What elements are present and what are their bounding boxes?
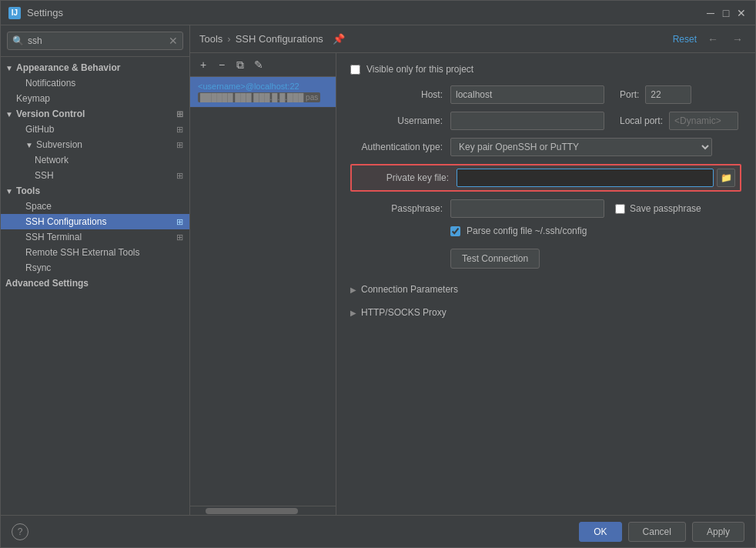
visible-only-label: Visible only for this project	[366, 64, 473, 75]
passphrase-row: Passphrase: Save passphrase	[350, 199, 741, 218]
host-input[interactable]	[450, 85, 604, 104]
connection-parameters-header[interactable]: ▶ Connection Parameters	[350, 281, 741, 298]
save-passphrase-checkbox[interactable]	[615, 204, 625, 214]
section-arrow-icon: ▶	[350, 286, 356, 294]
section-arrow-icon: ▶	[350, 309, 356, 317]
sidebar-item-ssh-configurations[interactable]: SSH Configurations ⊞	[1, 214, 189, 229]
auth-type-select[interactable]: Key pair OpenSSH or PuTTY Password OpenS…	[450, 138, 712, 156]
reset-button[interactable]: Reset	[673, 34, 697, 45]
cancel-button[interactable]: Cancel	[628, 522, 686, 542]
search-clear-icon[interactable]: ✕	[169, 35, 178, 47]
search-wrapper: 🔍 ✕	[7, 32, 183, 50]
config-item-address: ██████ ███ ███.█.█.███ pas	[198, 92, 320, 102]
search-box: 🔍 ✕	[1, 25, 189, 57]
arrow-icon: ▼	[5, 187, 13, 195]
config-item-name: <username>@localhost:22	[198, 82, 328, 91]
username-input[interactable]	[450, 112, 604, 130]
sidebar-item-version-control[interactable]: ▼ Version Control ⊞	[1, 106, 189, 122]
sidebar-item-advanced-settings[interactable]: Advanced Settings	[1, 276, 189, 291]
help-button[interactable]: ?	[12, 523, 28, 540]
visible-only-row: Visible only for this project	[350, 64, 741, 75]
passphrase-input[interactable]	[450, 199, 604, 218]
panel-header: Tools › SSH Configurations 📌 Reset ← →	[190, 25, 755, 53]
local-port-input[interactable]	[669, 112, 738, 130]
sidebar-item-rsync[interactable]: Rsync	[1, 260, 189, 276]
arrow-icon: ▼	[25, 141, 33, 149]
back-button[interactable]: ←	[704, 33, 721, 45]
config-list-item[interactable]: <username>@localhost:22 ██████ ███ ███.█…	[190, 77, 336, 108]
window-title: Settings	[27, 7, 63, 18]
title-bar-left: IJ Settings	[8, 7, 63, 19]
window-controls: ─ □ ✕	[704, 7, 748, 19]
ok-button[interactable]: OK	[579, 522, 621, 542]
host-row: Host: Port:	[350, 85, 741, 104]
connection-parameters-label: Connection Parameters	[361, 284, 458, 295]
save-passphrase-label: Save passphrase	[630, 203, 701, 214]
ssh-vc-icon: ⊞	[176, 171, 183, 181]
sidebar-item-network[interactable]: Network	[1, 152, 189, 168]
config-detail: Visible only for this project Host: Port…	[336, 53, 755, 515]
visible-only-checkbox[interactable]	[350, 65, 360, 75]
sidebar-item-appearance-behavior[interactable]: ▼ Appearance & Behavior	[1, 60, 189, 75]
sidebar-nav: ▼ Appearance & Behavior Notifications Ke…	[1, 57, 189, 515]
minimize-button[interactable]: ─	[704, 7, 717, 19]
test-connection-button[interactable]: Test Connection	[450, 249, 540, 269]
sidebar-item-keymap[interactable]: Keymap	[1, 91, 189, 106]
scrollbar-thumb[interactable]	[206, 508, 298, 514]
bottom-right-buttons: OK Cancel Apply	[579, 522, 744, 542]
horizontal-scrollbar[interactable]	[190, 506, 336, 515]
pin-icon[interactable]: 📌	[333, 33, 345, 45]
sidebar-item-notifications[interactable]: Notifications	[1, 75, 189, 91]
remove-icon: −	[219, 58, 225, 71]
folder-icon: 📁	[721, 172, 732, 183]
sidebar: 🔍 ✕ ▼ Appearance & Behavior Notification…	[1, 25, 190, 515]
breadcrumb-tools: Tools	[199, 33, 222, 45]
http-socks-header[interactable]: ▶ HTTP/SOCKS Proxy	[350, 304, 741, 321]
local-port-label: Local port:	[620, 115, 663, 126]
sidebar-item-space[interactable]: Space	[1, 199, 189, 214]
maximize-button[interactable]: □	[720, 7, 732, 19]
subversion-icon: ⊞	[176, 140, 183, 150]
host-label: Host:	[350, 89, 450, 100]
bottom-bar: ? OK Cancel Apply	[1, 515, 755, 547]
config-list: <username>@localhost:22 ██████ ███ ███.█…	[190, 77, 336, 506]
save-passphrase-group: Save passphrase	[615, 203, 701, 214]
private-key-input[interactable]	[457, 169, 714, 187]
browse-button[interactable]: 📁	[717, 169, 735, 187]
add-icon: +	[200, 58, 206, 71]
copy-icon: ⧉	[236, 58, 244, 72]
private-key-input-wrapper: 📁	[457, 169, 735, 187]
ssh-terminal-icon: ⊞	[176, 232, 183, 242]
sidebar-item-ssh-terminal[interactable]: SSH Terminal ⊞	[1, 229, 189, 245]
parse-config-label: Parse config file ~/.ssh/config	[467, 226, 587, 236]
right-panel: Tools › SSH Configurations 📌 Reset ← →	[190, 25, 755, 515]
username-row: Username: Local port:	[350, 112, 741, 130]
parse-config-checkbox[interactable]	[450, 226, 460, 236]
ssh-config-icon: ⊞	[176, 217, 183, 227]
apply-button[interactable]: Apply	[692, 522, 744, 542]
search-input[interactable]	[28, 35, 165, 46]
auth-type-row: Authentication type: Key pair OpenSSH or…	[350, 138, 741, 156]
close-button[interactable]: ✕	[735, 7, 748, 19]
config-toolbar: + − ⧉ ✎	[190, 53, 336, 77]
remove-config-button[interactable]: −	[213, 56, 230, 73]
breadcrumb: Tools › SSH Configurations 📌	[199, 33, 345, 45]
add-config-button[interactable]: +	[195, 56, 212, 73]
app-icon: IJ	[8, 7, 21, 19]
sidebar-item-tools[interactable]: ▼ Tools	[1, 183, 189, 199]
copy-config-button[interactable]: ⧉	[232, 56, 249, 73]
sidebar-item-remote-ssh-external-tools[interactable]: Remote SSH External Tools	[1, 245, 189, 260]
panel-body: + − ⧉ ✎ <username>	[190, 53, 755, 515]
username-label: Username:	[350, 115, 450, 126]
port-input[interactable]	[645, 85, 691, 104]
arrow-icon: ▼	[5, 110, 13, 119]
http-socks-label: HTTP/SOCKS Proxy	[361, 307, 447, 318]
sidebar-item-ssh-vc[interactable]: SSH ⊞	[1, 168, 189, 183]
breadcrumb-page: SSH Configurations	[236, 33, 323, 45]
edit-config-button[interactable]: ✎	[250, 56, 267, 73]
sidebar-item-github[interactable]: GitHub ⊞	[1, 122, 189, 137]
vc-icon: ⊞	[176, 109, 183, 119]
sidebar-item-subversion[interactable]: ▼ Subversion ⊞	[1, 137, 189, 152]
forward-button[interactable]: →	[729, 33, 746, 45]
arrow-icon: ▼	[5, 64, 13, 72]
